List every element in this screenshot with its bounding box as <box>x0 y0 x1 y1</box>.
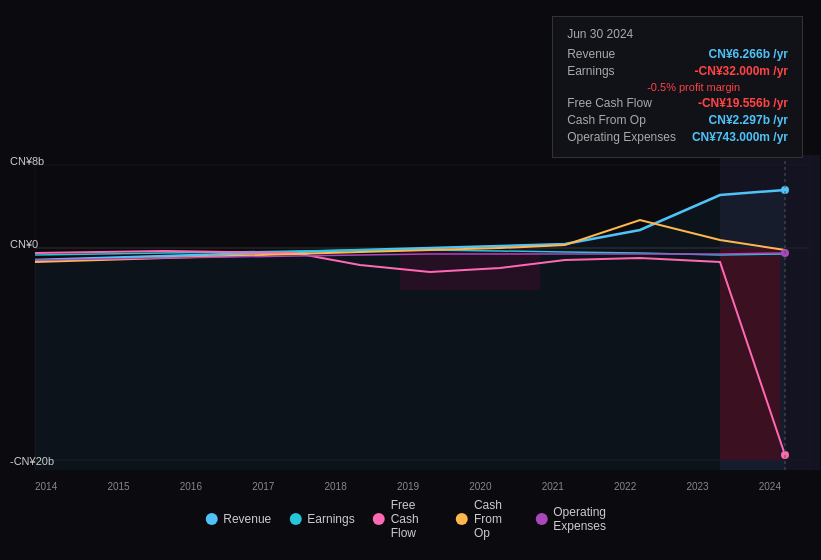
x-label-2019: 2019 <box>397 481 419 492</box>
y-label-mid: CN¥0 <box>10 238 38 250</box>
x-label-2015: 2015 <box>107 481 129 492</box>
legend-fcf[interactable]: Free Cash Flow <box>373 498 438 540</box>
x-label-2017: 2017 <box>252 481 274 492</box>
x-label-2022: 2022 <box>614 481 636 492</box>
x-label-2016: 2016 <box>180 481 202 492</box>
x-label-2014: 2014 <box>35 481 57 492</box>
legend-cash-from-op[interactable]: Cash From Op <box>456 498 517 540</box>
legend-earnings[interactable]: Earnings <box>289 512 354 526</box>
legend-dot-earnings <box>289 513 301 525</box>
legend-dot-opex <box>535 513 547 525</box>
legend-label-revenue: Revenue <box>223 512 271 526</box>
legend-label-fcf: Free Cash Flow <box>391 498 438 540</box>
legend: Revenue Earnings Free Cash Flow Cash Fro… <box>205 498 616 540</box>
tooltip-box: Jun 30 2024 Revenue CN¥6.266b /yr Earnin… <box>552 16 803 158</box>
legend-revenue[interactable]: Revenue <box>205 512 271 526</box>
legend-dot-revenue <box>205 513 217 525</box>
y-label-bot: -CN¥20b <box>10 455 54 467</box>
tooltip-opex: Operating Expenses CN¥743.000m /yr <box>567 130 788 144</box>
legend-dot-cash-from-op <box>456 513 468 525</box>
x-label-2020: 2020 <box>469 481 491 492</box>
legend-opex[interactable]: Operating Expenses <box>535 505 615 533</box>
tooltip-profit-margin: -0.5% profit margin <box>567 81 788 93</box>
x-label-2021: 2021 <box>542 481 564 492</box>
y-label-top: CN¥8b <box>10 155 44 167</box>
legend-label-cash-from-op: Cash From Op <box>474 498 517 540</box>
x-label-2023: 2023 <box>686 481 708 492</box>
chart-container: CN¥8b CN¥0 -CN¥20b 201420152016201720182… <box>0 0 821 560</box>
x-label-2024: 2024 <box>759 481 781 492</box>
tooltip-revenue: Revenue CN¥6.266b /yr <box>567 47 788 61</box>
tooltip-cash-from-op: Cash From Op CN¥2.297b /yr <box>567 113 788 127</box>
legend-label-opex: Operating Expenses <box>553 505 615 533</box>
tooltip-date: Jun 30 2024 <box>567 27 788 41</box>
legend-label-earnings: Earnings <box>307 512 354 526</box>
x-axis-labels: 2014201520162017201820192020202120222023… <box>35 481 821 492</box>
tooltip-earnings: Earnings -CN¥32.000m /yr <box>567 64 788 78</box>
tooltip-fcf: Free Cash Flow -CN¥19.556b /yr <box>567 96 788 110</box>
legend-dot-fcf <box>373 513 385 525</box>
x-label-2018: 2018 <box>325 481 347 492</box>
